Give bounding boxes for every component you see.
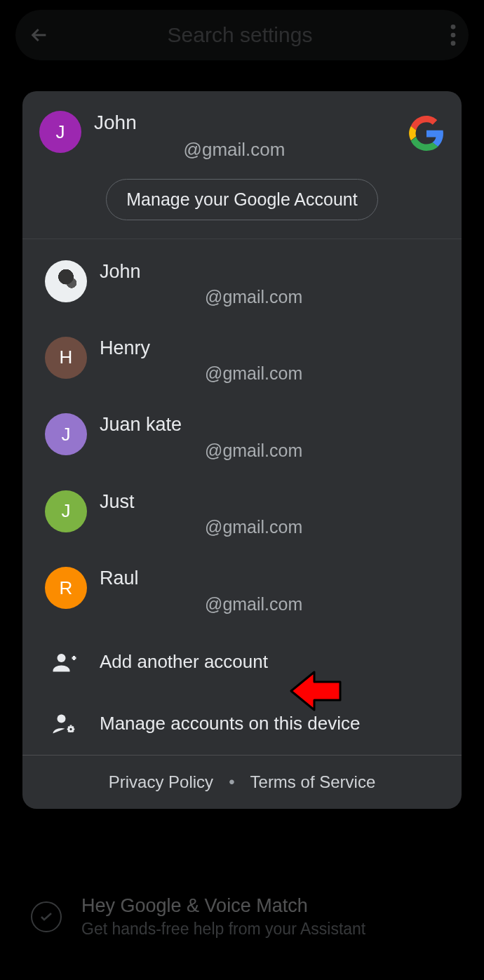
- account-email: @gmail.com: [100, 287, 445, 307]
- account-row[interactable]: John@gmail.com: [22, 245, 462, 321]
- primary-name: John: [94, 111, 396, 135]
- privacy-link[interactable]: Privacy Policy: [109, 772, 213, 792]
- avatar: H: [45, 337, 87, 379]
- avatar: [45, 260, 87, 302]
- svg-point-5: [69, 727, 73, 731]
- separator-dot: •: [229, 772, 234, 792]
- bg-item-sub: Get hands-free help from your Assistant: [81, 920, 365, 939]
- settings-item-voice-match[interactable]: Hey Google & Voice Match Get hands-free …: [0, 888, 484, 946]
- account-name: John: [100, 260, 445, 283]
- svg-point-3: [58, 654, 66, 662]
- sheet-footer: Privacy Policy • Terms of Service: [22, 755, 462, 809]
- manage-account-button[interactable]: Manage your Google Account: [106, 179, 377, 220]
- more-icon[interactable]: [450, 25, 456, 46]
- account-email: @gmail.com: [100, 441, 445, 461]
- account-email: @gmail.com: [100, 363, 445, 384]
- svg-point-0: [451, 25, 456, 29]
- account-email: @gmail.com: [100, 517, 445, 537]
- search-bar[interactable]: Search settings: [15, 10, 469, 60]
- add-account-label: Add another account: [100, 651, 268, 673]
- account-row[interactable]: HHenry@gmail.com: [22, 321, 462, 398]
- manage-accounts-button[interactable]: Manage accounts on this device: [22, 693, 462, 755]
- account-email: @gmail.com: [100, 594, 445, 615]
- account-row[interactable]: JJust@gmail.com: [22, 475, 462, 551]
- avatar: J: [45, 413, 87, 455]
- account-name: Henry: [100, 337, 445, 359]
- avatar: J: [45, 490, 87, 532]
- add-account-button[interactable]: Add another account: [22, 631, 462, 693]
- manage-accounts-label: Manage accounts on this device: [100, 713, 360, 734]
- primary-account: J John @gmail.com Manage your Google Acc…: [22, 91, 462, 239]
- account-row[interactable]: JJuan kate@gmail.com: [22, 398, 462, 474]
- search-placeholder: Search settings: [43, 23, 436, 47]
- account-row[interactable]: RRaul@gmail.com: [22, 551, 462, 628]
- avatar: R: [45, 567, 87, 609]
- avatar[interactable]: J: [39, 111, 81, 153]
- svg-point-2: [451, 41, 456, 46]
- primary-email: @gmail.com: [94, 139, 396, 161]
- accounts-list: John@gmail.comHHenry@gmail.comJJuan kate…: [22, 239, 462, 631]
- bg-item-title: Hey Google & Voice Match: [81, 895, 365, 917]
- check-icon: [31, 901, 62, 932]
- account-switcher-sheet: J John @gmail.com Manage your Google Acc…: [22, 91, 462, 809]
- terms-link[interactable]: Terms of Service: [250, 772, 376, 792]
- account-name: Raul: [100, 567, 445, 589]
- account-name: Juan kate: [100, 413, 445, 436]
- google-logo-icon: [408, 115, 445, 152]
- manage-accounts-icon: [51, 711, 79, 737]
- account-name: Just: [100, 490, 445, 513]
- person-add-icon: [51, 650, 79, 675]
- svg-point-4: [58, 714, 66, 723]
- svg-point-1: [451, 33, 456, 38]
